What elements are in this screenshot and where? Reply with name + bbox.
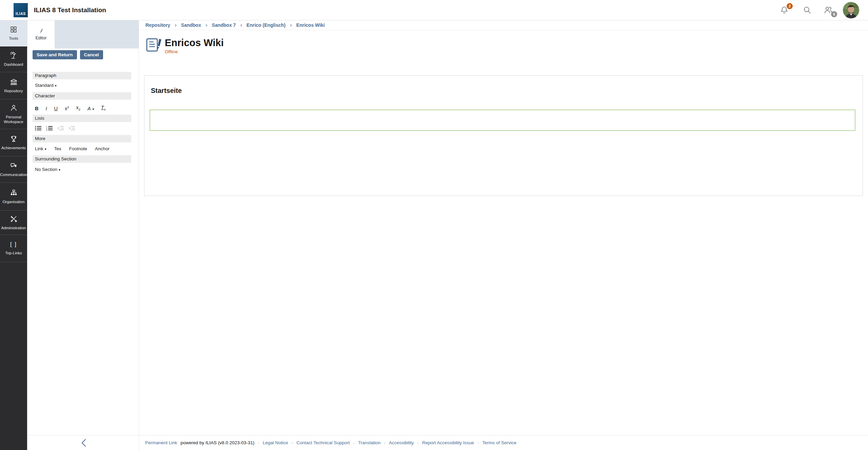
sidebar-item-label: Repository	[4, 89, 23, 93]
sidebar-item-personal-workspace[interactable]: Personal Workspace	[0, 99, 27, 129]
sidebar-item-label: Achievements	[1, 145, 26, 150]
search-button[interactable]	[803, 6, 812, 15]
paragraph-section-header: Paragraph	[33, 72, 131, 79]
italic-button[interactable]: I	[45, 106, 47, 111]
dot-separator: ·	[417, 440, 419, 445]
underline-button[interactable]: U	[54, 106, 58, 111]
caret-down-icon: ▾	[59, 168, 60, 172]
dot-separator: ·	[258, 440, 259, 445]
sidebar-item-communication[interactable]: Communication	[0, 156, 27, 183]
editor-tab-strip: Editor	[27, 20, 139, 48]
anchor-button[interactable]: Anchor	[95, 146, 110, 151]
editable-paragraph-area[interactable]	[150, 110, 855, 131]
sidebar-item-label: Administration	[1, 226, 26, 230]
footer-link-contact-support[interactable]: Contact Technical Support	[296, 440, 350, 445]
remove-format-base: T	[101, 105, 104, 110]
sidebar-item-organisation[interactable]: Organisation	[0, 183, 27, 211]
footnote-button[interactable]: Footnote	[69, 146, 87, 151]
user-avatar[interactable]	[843, 2, 859, 18]
breadcrumb-repository[interactable]: Repository	[145, 22, 170, 28]
footer-link-translation[interactable]: Translation	[358, 440, 380, 445]
remove-format-script: x	[104, 107, 106, 111]
chevron-left-icon	[80, 438, 87, 447]
org-chart-icon	[10, 189, 18, 197]
ilias-logo[interactable]: ILIAS	[14, 3, 28, 17]
character-toolbar: B I U x2 x2 A▾ Tx	[35, 103, 131, 111]
lists-section-header: Lists	[33, 115, 131, 122]
subscript-button[interactable]: x2	[76, 105, 81, 111]
speech-bubbles-icon	[9, 162, 18, 170]
more-section-header: More	[33, 135, 131, 142]
surrounding-section-selected: No Section	[35, 167, 57, 172]
tab-editor-label: Editor	[36, 36, 47, 40]
sidebar-item-repository[interactable]: Repository	[0, 72, 27, 99]
dot-separator: ·	[477, 440, 479, 445]
remove-format-button[interactable]: Tx	[101, 105, 106, 111]
sidebar-item-dashboard[interactable]: Dashboard	[0, 46, 27, 72]
editor-action-buttons: Save and Return Cancel	[33, 50, 139, 59]
footer-link-terms-of-service[interactable]: Terms of Service	[482, 440, 517, 445]
tools-grid-icon	[10, 26, 17, 33]
sidebar-item-administration[interactable]: Administration	[0, 211, 27, 235]
pencil-icon	[39, 28, 43, 34]
person-icon	[10, 104, 18, 112]
dot-separator: ·	[292, 440, 293, 445]
ilias-screen: ILIAS ILIAS 8 Test Installation 2	[0, 0, 868, 450]
wiki-icon	[146, 38, 162, 52]
more-toolbar: Link▾ Tex Footnote Anchor	[35, 146, 131, 151]
permanent-link[interactable]: Permanent Link	[145, 440, 177, 445]
breadcrumb-enricos-wiki[interactable]: Enricos Wiki	[296, 22, 325, 28]
paragraph-style-selected: Standard	[35, 83, 54, 88]
character-section-header: Character	[33, 92, 131, 100]
caret-down-icon: ▾	[45, 147, 46, 151]
link-dropdown[interactable]: Link▾	[35, 146, 46, 151]
breadcrumb-enrico-englisch[interactable]: Enrico (Englisch)	[246, 22, 285, 28]
lists-toolbar: 123	[35, 125, 131, 131]
numbered-list-icon[interactable]: 123	[46, 125, 53, 131]
sidebar-item-top-links[interactable]: [ ] Top-Links	[0, 235, 27, 262]
superscript-button[interactable]: x2	[65, 105, 69, 111]
save-and-return-button[interactable]: Save and Return	[33, 50, 77, 59]
search-icon	[803, 6, 812, 15]
notification-count-badge: 2	[787, 3, 793, 9]
status-badge: Offline	[165, 49, 224, 54]
main-content: Repository › Sandbox › Sandbox 7 › Enric…	[139, 20, 868, 435]
dashboard-lamp-icon	[10, 52, 18, 59]
breadcrumb-sandbox-7[interactable]: Sandbox 7	[212, 22, 236, 28]
brackets-icon: [ ]	[10, 241, 17, 248]
surrounding-section-dropdown[interactable]: No Section▾	[35, 167, 131, 172]
paragraph-style-dropdown[interactable]: Standard▾	[35, 83, 131, 88]
trophy-icon	[10, 135, 18, 143]
sidebar-item-tools[interactable]: Tools	[0, 20, 27, 46]
breadcrumb-sandbox[interactable]: Sandbox	[181, 22, 201, 28]
footer-link-report-accessibility-issue[interactable]: Report Accessibility Issue	[422, 440, 474, 445]
who-is-online-button[interactable]: 6	[823, 5, 833, 15]
sidebar-item-achievements[interactable]: Achievements	[0, 129, 27, 156]
chevron-right-icon: ›	[240, 22, 242, 28]
footer: Permanent Link powered by ILIAS (v8.0 20…	[27, 435, 868, 450]
surrounding-section-header: Surrounding Section	[33, 155, 131, 163]
crossed-tools-icon	[10, 215, 18, 223]
page-title-group: Enricos Wiki Offline	[165, 38, 224, 54]
notification-center-button[interactable]: 2	[780, 6, 789, 15]
avatar-photo	[843, 2, 859, 18]
footer-links: Permanent Link powered by ILIAS (v8.0 20…	[145, 440, 516, 445]
tex-button[interactable]: Tex	[54, 146, 61, 151]
sidebar-item-label: Communication	[0, 172, 27, 177]
wiki-page-panel: Startseite	[144, 75, 863, 196]
repository-building-icon	[10, 78, 18, 86]
dot-separator: ·	[353, 440, 355, 445]
indent-icon[interactable]	[68, 125, 75, 131]
footer-link-legal-notice[interactable]: Legal Notice	[263, 440, 288, 445]
bold-button[interactable]: B	[35, 106, 38, 111]
bullet-list-icon[interactable]	[35, 125, 42, 131]
collapse-panel-button[interactable]	[80, 438, 87, 449]
footer-link-accessibility[interactable]: Accessibility	[389, 440, 414, 445]
tab-editor[interactable]: Editor	[27, 20, 55, 48]
text-color-dropdown[interactable]: A▾	[87, 106, 94, 111]
text-color-label: A	[87, 106, 91, 111]
outdent-icon[interactable]	[57, 125, 64, 131]
superscript-script: 2	[67, 105, 69, 109]
cancel-button[interactable]: Cancel	[80, 50, 103, 59]
editor-side-panel: Editor Save and Return Cancel Paragraph …	[27, 20, 139, 450]
